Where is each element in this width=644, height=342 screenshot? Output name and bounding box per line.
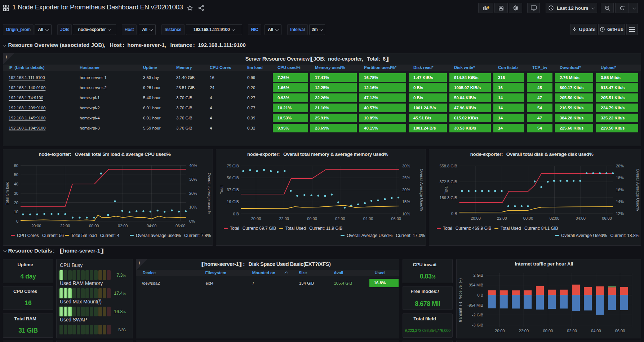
svg-text:02:00: 02:00: [118, 224, 128, 228]
svg-text:Total: Total: [444, 185, 448, 194]
svg-text:0 B: 0 B: [233, 212, 239, 216]
svg-text:16%: 16%: [616, 188, 624, 192]
svg-text:372.5 GiB: 372.5 GiB: [440, 180, 457, 184]
svg-text:06:00: 06:00: [176, 224, 186, 228]
svg-text:10: 10: [14, 210, 18, 214]
svg-text:02:00: 02:00: [335, 216, 345, 221]
svg-text:25%: 25%: [402, 176, 410, 180]
svg-text:-2 GiB: -2 GiB: [472, 313, 483, 317]
svg-text:Overall average used%: Overall average used%: [207, 173, 212, 214]
svg-text:02:00: 02:00: [550, 216, 560, 220]
svg-text:22:00: 22:00: [519, 329, 529, 333]
svg-text:56 GiB: 56 GiB: [227, 176, 239, 180]
svg-text:37 GiB: 37 GiB: [227, 188, 239, 192]
svg-text:60: 60: [14, 163, 18, 168]
svg-text:40: 40: [14, 182, 18, 186]
svg-text:04:00: 04:00: [363, 216, 373, 221]
svg-text:node-exporter: Overall total: node-exporter: Overall total memory & av…: [247, 152, 388, 157]
svg-text:CPU Cores Current: 56: CPU Cores Current: 56: [17, 233, 64, 238]
svg-text:30%: 30%: [189, 177, 197, 181]
svg-text:Total Used Current: 84.1 GiB: Total Used Current: 84.1 GiB: [501, 226, 558, 231]
svg-text:04:00: 04:00: [591, 329, 601, 333]
svg-text:00:00: 00:00: [523, 216, 533, 220]
svg-text:20%: 20%: [402, 188, 410, 192]
svg-text:0%: 0%: [189, 219, 195, 223]
svg-text:10%: 10%: [402, 212, 410, 216]
svg-text:00:00: 00:00: [307, 216, 317, 221]
svg-text:-3 GiB: -3 GiB: [472, 323, 483, 327]
svg-text:40%: 40%: [189, 163, 197, 168]
svg-text:Overall Average Used%: Overall Average Used%: [636, 169, 640, 211]
svg-text:transmit (-) /receive (+): transmit (-) /receive (+): [458, 278, 462, 322]
svg-text:20:00: 20:00: [31, 224, 41, 228]
svg-text:20:00: 20:00: [495, 329, 505, 333]
svg-text:Overall Average Used%: Overall Average Used%: [419, 169, 424, 211]
svg-text:06:00: 06:00: [602, 216, 612, 220]
svg-text:Overall Average Used% Current: Overall Average Used% Current: 18.8%: [561, 233, 640, 238]
svg-text:0: 0: [16, 219, 18, 223]
svg-text:Total Current: 469.9 GiB: Total Current: 469.9 GiB: [443, 226, 492, 231]
svg-text:00:00: 00:00: [543, 329, 553, 333]
svg-text:Internet traffic per hour All: Internet traffic per hour All: [515, 261, 573, 267]
svg-text:Total Used Current: 11.9 GiB: Total Used Current: 11.9 GiB: [285, 226, 343, 231]
svg-text:0 B: 0 B: [451, 211, 457, 216]
svg-text:Overall Average Used% Current: Overall Average Used% Current: 17.0%: [347, 233, 425, 238]
svg-text:20:00: 20:00: [471, 216, 481, 220]
svg-text:19 GiB: 19 GiB: [227, 200, 239, 204]
svg-text:15%: 15%: [402, 200, 410, 204]
svg-text:22:00: 22:00: [497, 216, 507, 220]
svg-text:10%: 10%: [189, 205, 197, 209]
svg-text:node-exporter: Overall total: node-exporter: Overall total 5m load & a…: [39, 152, 171, 157]
svg-text:Total 5m load: Total 5m load: [5, 181, 9, 205]
svg-text:?: ?: [601, 28, 603, 31]
svg-text:06:00: 06:00: [391, 216, 401, 221]
svg-text:186.3 GiB: 186.3 GiB: [440, 196, 457, 200]
svg-text:0 B: 0 B: [477, 293, 483, 297]
svg-text:30%: 30%: [402, 164, 410, 168]
svg-text:00:00: 00:00: [89, 224, 99, 228]
svg-text:558.8 GiB: 558.8 GiB: [440, 164, 457, 168]
svg-text:20:00: 20:00: [251, 216, 261, 221]
svg-text:04:00: 04:00: [147, 224, 157, 228]
svg-text:18%: 18%: [616, 176, 624, 180]
svg-text:Total Current: 69.7 GiB: Total Current: 69.7 GiB: [230, 226, 276, 231]
svg-text:22:00: 22:00: [60, 224, 70, 228]
svg-text:06:00: 06:00: [615, 329, 625, 333]
svg-text:Total: Total: [219, 185, 224, 194]
svg-text:954 MiB: 954 MiB: [469, 283, 483, 287]
svg-text:20%: 20%: [616, 164, 624, 168]
svg-text:20: 20: [14, 201, 18, 205]
svg-text:Total 5m load Current: 4: Total 5m load Current: 4: [71, 233, 119, 238]
svg-text:-954 MiB: -954 MiB: [467, 303, 483, 307]
svg-text:02:00: 02:00: [567, 329, 577, 333]
svg-text:12%: 12%: [616, 211, 624, 216]
svg-text:50: 50: [14, 172, 18, 177]
svg-text:30: 30: [14, 191, 18, 196]
svg-text:2 GiB: 2 GiB: [473, 273, 483, 277]
svg-text:04:00: 04:00: [576, 216, 586, 220]
svg-text:14%: 14%: [616, 200, 624, 204]
svg-text:20%: 20%: [189, 191, 197, 196]
svg-text:node-exporter: Overall total: node-exporter: Overall total disk & aver…: [470, 152, 594, 157]
svg-text:22:00: 22:00: [279, 216, 289, 221]
svg-text:Overall average used% Current: Overall average used% Current: 7.8%: [136, 233, 211, 238]
svg-text:75 GiB: 75 GiB: [227, 164, 239, 168]
